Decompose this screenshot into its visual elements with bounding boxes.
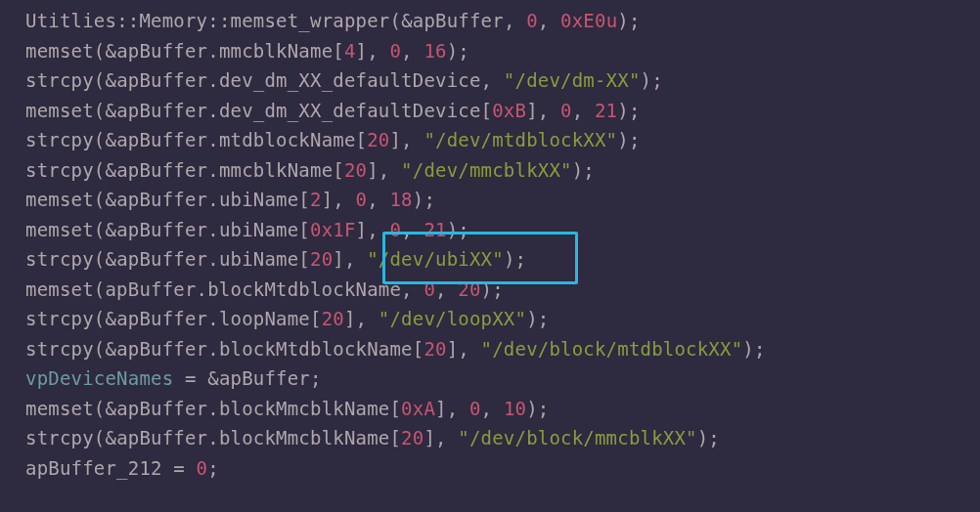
code-token[interactable]: "/dev/dm-XX" xyxy=(504,69,641,91)
code-token[interactable]: & xyxy=(105,338,116,360)
code-token[interactable]: apBuffer.ubiName[ xyxy=(116,219,310,240)
code-token[interactable]: memset xyxy=(25,278,94,300)
code-token[interactable]: ( xyxy=(389,10,401,31)
code-token[interactable]: ], xyxy=(423,427,458,448)
code-token[interactable]: & xyxy=(105,308,116,329)
code-token[interactable]: 10 xyxy=(504,398,526,419)
code-token[interactable]: vpDeviceNames xyxy=(25,367,173,389)
code-token[interactable]: apBuffer.dev_dm_XX_defaultDevice[ xyxy=(116,100,492,121)
code-line[interactable]: apBuffer_212 = 0; xyxy=(25,453,980,484)
code-token[interactable]: 0xA xyxy=(401,398,435,419)
code-token[interactable]: ], xyxy=(344,308,379,329)
code-token[interactable]: & xyxy=(105,40,116,62)
code-token[interactable]: apBuffer_212 xyxy=(25,457,162,479)
code-line[interactable]: strcpy(&apBuffer.blockMtdblockName[20], … xyxy=(25,334,980,364)
code-token[interactable]: , xyxy=(401,219,423,240)
code-token[interactable]: 0x1F xyxy=(310,219,356,240)
code-line[interactable]: memset(apBuffer.blockMtdblockName, 0, 20… xyxy=(25,275,980,305)
code-token[interactable]: 20 xyxy=(367,129,389,150)
code-token[interactable]: , xyxy=(481,398,504,419)
code-token[interactable]: , xyxy=(504,10,526,31)
code-token[interactable]: memset xyxy=(25,189,94,210)
code-token[interactable]: ], xyxy=(356,219,390,240)
code-token[interactable]: , xyxy=(435,278,458,300)
code-token[interactable]: ); xyxy=(697,427,720,448)
code-token[interactable]: ( xyxy=(94,278,106,300)
code-token[interactable]: 0 xyxy=(423,278,435,300)
code-line[interactable]: memset(&apBuffer.ubiName[2], 0, 18); xyxy=(25,185,980,215)
code-token[interactable]: strcpy xyxy=(25,427,94,448)
code-token[interactable]: "/dev/mtdblockXX" xyxy=(423,129,617,150)
code-token[interactable]: ); xyxy=(413,189,435,210)
code-token[interactable]: ( xyxy=(94,219,106,240)
code-token[interactable]: 0xE0u xyxy=(560,10,617,31)
code-token[interactable]: 20 xyxy=(310,248,333,270)
code-token[interactable]: ); xyxy=(526,398,549,419)
code-token[interactable]: = xyxy=(162,457,197,479)
code-token[interactable]: 20 xyxy=(344,159,367,181)
code-token[interactable]: ], xyxy=(356,40,390,62)
code-token[interactable]: Utitlies xyxy=(25,10,116,31)
code-line[interactable]: strcpy(&apBuffer.mmcblkName[20], "/dev/m… xyxy=(25,155,980,186)
code-token[interactable]: ], xyxy=(333,248,367,270)
code-token[interactable]: ( xyxy=(94,398,106,419)
code-token[interactable]: ( xyxy=(94,338,106,360)
code-token[interactable]: 20 xyxy=(458,278,480,300)
code-token[interactable]: , xyxy=(538,10,560,31)
code-token[interactable]: strcpy xyxy=(25,159,94,181)
code-token[interactable]: 0 xyxy=(389,40,401,62)
code-token[interactable]: & xyxy=(105,159,116,181)
code-token[interactable]: memset xyxy=(25,100,94,121)
code-line[interactable]: memset(&apBuffer.ubiName[0x1F], 0, 21); xyxy=(25,215,980,245)
code-token[interactable]: 4 xyxy=(344,40,356,62)
code-token[interactable]: 18 xyxy=(389,189,412,210)
code-token[interactable]: ( xyxy=(94,100,106,121)
code-token[interactable]: apBuffer.blockMmcblkName[ xyxy=(116,398,401,419)
code-token[interactable]: & xyxy=(105,248,116,270)
code-token[interactable]: ( xyxy=(94,248,106,270)
code-line[interactable]: strcpy(&apBuffer.blockMmcblkName[20], "/… xyxy=(25,423,980,453)
code-token[interactable]: ], xyxy=(367,159,401,181)
code-token[interactable]: apBuffer.loopName[ xyxy=(116,308,322,329)
code-token[interactable]: ], xyxy=(389,129,423,150)
code-token[interactable]: 0 xyxy=(356,189,368,210)
code-token[interactable]: "/dev/block/mmcblkXX" xyxy=(458,427,696,448)
code-token[interactable]: ( xyxy=(94,308,106,329)
code-token[interactable]: 20 xyxy=(322,308,344,329)
code-token[interactable]: , xyxy=(572,100,595,121)
code-line[interactable]: vpDeviceNames = &apBuffer; xyxy=(25,363,980,394)
code-token[interactable]: Memory xyxy=(139,10,207,31)
code-token[interactable]: strcpy xyxy=(25,308,94,329)
code-token[interactable]: ( xyxy=(94,189,106,210)
code-token[interactable]: ); xyxy=(617,100,640,121)
code-token[interactable]: ); xyxy=(617,129,640,150)
code-token[interactable]: strcpy xyxy=(25,248,94,270)
code-token[interactable]: 20 xyxy=(423,338,446,360)
code-token[interactable]: ], xyxy=(322,189,356,210)
code-token[interactable]: ( xyxy=(94,40,106,62)
code-line[interactable]: Utitlies::Memory::memset_wrapper(&apBuff… xyxy=(25,6,980,36)
code-token[interactable]: 16 xyxy=(423,40,446,62)
code-token[interactable]: apBuffer.blockMmcblkName[ xyxy=(116,427,401,448)
code-token[interactable]: ); xyxy=(617,10,640,31)
code-token[interactable]: ); xyxy=(742,338,765,360)
code-token[interactable]: strcpy xyxy=(25,69,94,91)
code-token[interactable]: apBuffer.mmcblkName[ xyxy=(116,40,344,62)
code-token[interactable]: 0 xyxy=(469,398,481,419)
code-token[interactable]: ], xyxy=(447,338,481,360)
code-token[interactable]: 21 xyxy=(595,100,617,121)
code-token[interactable]: ( xyxy=(94,427,106,448)
code-token[interactable]: ); xyxy=(526,308,549,329)
code-token[interactable]: apBuffer.blockMtdblockName, xyxy=(105,278,423,300)
code-token[interactable]: ], xyxy=(435,398,469,419)
code-line[interactable]: strcpy(&apBuffer.mtdblockName[20], "/dev… xyxy=(25,125,980,155)
code-token[interactable]: ; xyxy=(207,457,219,479)
code-token[interactable]: 20 xyxy=(401,427,423,448)
code-token[interactable]: ( xyxy=(94,129,106,150)
code-line[interactable]: strcpy(&apBuffer.ubiName[20], "/dev/ubiX… xyxy=(25,244,980,275)
code-line[interactable]: memset(&apBuffer.dev_dm_XX_defaultDevice… xyxy=(25,96,980,126)
code-token[interactable]: memset_wrapper xyxy=(231,10,390,31)
code-token[interactable]: 0 xyxy=(389,219,401,240)
code-token[interactable]: ); xyxy=(504,248,526,270)
code-token[interactable]: apBuffer; xyxy=(219,367,322,389)
